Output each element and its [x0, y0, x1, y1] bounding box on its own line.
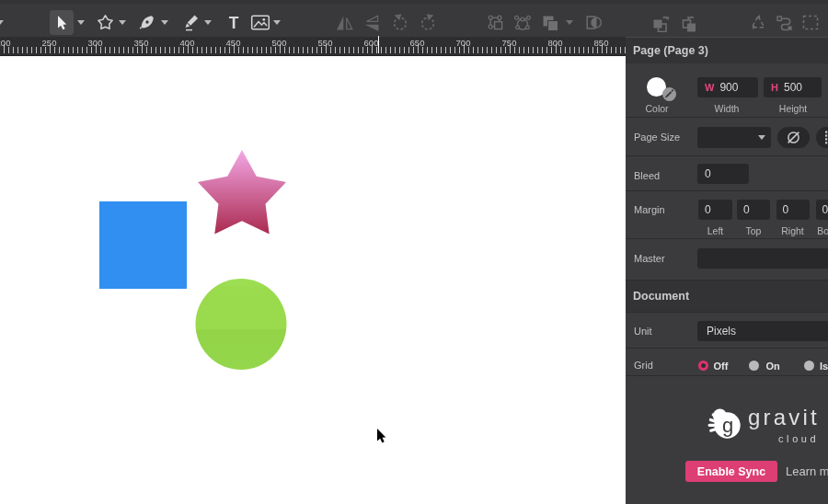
grid-isometric-radio[interactable]: [804, 361, 814, 371]
canvas-star-shape[interactable]: [198, 150, 286, 234]
freehand-tool-icon: [183, 14, 201, 31]
ruler-tick: [63, 47, 64, 53]
pen-tool-button[interactable]: [137, 10, 155, 35]
master-select[interactable]: [697, 248, 828, 269]
rotate-cw-button[interactable]: [419, 10, 437, 35]
tool-dropdown-partial-icon[interactable]: [0, 20, 4, 25]
star-tool-button[interactable]: [96, 10, 114, 35]
edit-points-button[interactable]: [487, 10, 505, 35]
ruler-tick: [40, 47, 41, 53]
boolean-ops-dropdown-icon[interactable]: [566, 20, 573, 25]
panel-separator: [626, 348, 828, 349]
bring-forward-icon: [651, 14, 670, 32]
ruler-tick: [487, 47, 488, 53]
connector-button[interactable]: [776, 10, 794, 35]
convert-to-path-button[interactable]: [512, 10, 533, 35]
symbol-button[interactable]: [749, 10, 767, 35]
mouse-cursor: [377, 429, 385, 442]
text-tool-button[interactable]: T: [225, 10, 242, 35]
grid-off-radio[interactable]: [698, 361, 708, 371]
master-label: Master: [634, 253, 665, 264]
image-tool-dropdown-icon[interactable]: [273, 20, 281, 25]
ruler-tick: [445, 47, 446, 53]
margin-right-label: Right: [781, 225, 804, 236]
page-size-dropdown-icon: [758, 135, 765, 140]
unit-select[interactable]: Pixels: [697, 321, 828, 341]
margin-bottom-field[interactable]: 0: [816, 200, 828, 220]
width-field[interactable]: W 900: [697, 77, 758, 97]
ruler-tick: [22, 47, 23, 53]
send-backward-button[interactable]: [681, 10, 699, 35]
star-tool-dropdown-icon[interactable]: [119, 20, 126, 25]
mask-icon: [585, 14, 603, 31]
panel-separator: [626, 238, 828, 239]
image-tool-button[interactable]: [249, 10, 271, 35]
ruler-tick: [546, 47, 547, 53]
connector-icon: [776, 14, 794, 32]
panel-separator: [626, 117, 828, 118]
ruler-tick: [266, 47, 267, 53]
page-presets-button[interactable]: [816, 127, 828, 148]
ruler-tick: [376, 47, 377, 53]
enable-sync-button[interactable]: Enable Sync: [685, 461, 777, 482]
ruler-tick: [307, 47, 308, 53]
ruler-tick: [73, 47, 74, 53]
flip-vertical-button[interactable]: [363, 10, 382, 35]
ruler-tick: [312, 47, 313, 53]
canvas[interactable]: [0, 56, 626, 504]
height-field[interactable]: H 500: [764, 77, 822, 97]
page-orientation-button[interactable]: [777, 127, 810, 148]
grid-on-radio[interactable]: [749, 361, 759, 371]
ruler-tick: [275, 47, 276, 53]
bring-forward-button[interactable]: [651, 10, 670, 35]
width-value: 900: [719, 81, 738, 94]
ruler-tick: [367, 47, 368, 53]
margin-top-label: Top: [746, 225, 762, 236]
ruler-tick: [178, 47, 179, 53]
canvas-rectangle-shape[interactable]: [99, 201, 187, 289]
color-label: Color: [645, 103, 668, 114]
ruler-tick: [588, 47, 589, 53]
freehand-tool-dropdown-icon[interactable]: [204, 20, 212, 25]
pointer-tool-button[interactable]: [50, 10, 74, 35]
ruler-tick: [220, 47, 221, 53]
ruler-tick: [551, 47, 552, 53]
height-value: 500: [784, 81, 802, 94]
page-size-select[interactable]: [697, 127, 771, 148]
ruler-label: 200: [0, 38, 10, 48]
ruler-tick: [528, 47, 529, 53]
ruler-tick: [395, 47, 396, 53]
ruler-tick: [431, 47, 432, 53]
ruler-tick: [597, 47, 598, 53]
ruler-tick: [261, 47, 262, 53]
pen-tool-dropdown-icon[interactable]: [161, 20, 168, 25]
ruler-tick: [247, 47, 248, 53]
boolean-ops-button[interactable]: [541, 10, 560, 35]
mask-button[interactable]: [585, 10, 603, 35]
ruler-tick: [77, 47, 78, 53]
freehand-tool-button[interactable]: [182, 10, 201, 35]
margin-right-value: 0: [783, 203, 789, 216]
ruler-tick: [349, 47, 350, 53]
ruler-tick: [316, 47, 317, 53]
pencil-icon: [662, 87, 676, 101]
rotate-ccw-button[interactable]: [391, 10, 409, 35]
margin-left-field[interactable]: 0: [698, 200, 732, 220]
flip-horizontal-button[interactable]: [336, 10, 354, 35]
ruler-tick: [335, 47, 336, 53]
ruler-tick: [17, 47, 18, 53]
learn-more-link[interactable]: Learn more: [786, 464, 828, 478]
canvas-ellipse-shape[interactable]: [196, 279, 287, 370]
bleed-field[interactable]: 0: [697, 164, 749, 184]
margin-top-field[interactable]: 0: [737, 200, 770, 220]
margin-right-field[interactable]: 0: [776, 200, 811, 220]
marquee-button[interactable]: [801, 10, 820, 35]
star-tool-icon: [97, 14, 114, 31]
margin-top-value: 0: [743, 203, 750, 216]
ruler-tick: [229, 47, 230, 53]
ruler-tick: [385, 47, 386, 53]
pointer-tool-dropdown-icon[interactable]: [77, 20, 85, 25]
ruler-tick: [45, 47, 46, 53]
ruler-tick: [500, 47, 501, 53]
edit-color-badge[interactable]: [662, 87, 676, 101]
